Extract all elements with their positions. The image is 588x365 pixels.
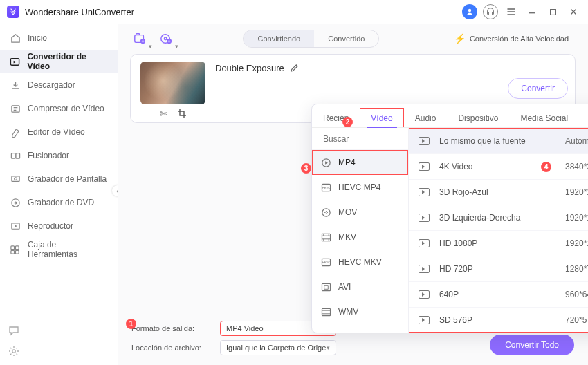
resolution-value: Automático [565,136,588,146]
svg-point-9 [15,202,17,204]
resolution-item[interactable]: SD 576P720*576 [409,308,588,333]
svg-point-19 [164,37,167,40]
close-icon[interactable] [566,4,581,19]
menu-icon[interactable] [504,4,519,19]
format-item[interactable]: HEVCHEVC MKV [312,250,408,274]
resolution-name: HD 1080P [439,238,555,248]
resolution-value: 1920*1080 [565,187,588,197]
sidebar: Inicio Convertidor de Vídeo Descargador … [0,24,118,365]
tab-social[interactable]: Media Social [509,108,579,127]
tab-converting[interactable]: Convirtiendo [244,30,314,47]
resolution-item[interactable]: 3D Rojo-Azul1920*1080 [409,180,588,205]
tab-device[interactable]: Dispositivo [447,108,509,127]
add-disc-button[interactable]: ▾ [156,29,176,48]
preset-icon [419,316,430,324]
chevron-down-icon: ▾ [175,43,178,50]
sidebar-item-toolbox[interactable]: Caja de Herramientas [0,238,118,261]
resolution-value: 3840*2160 [565,162,588,171]
chevron-down-icon: ▾ [327,344,330,351]
format-icon: HEVC [320,256,331,268]
top-toolbar: ▾ ▾ Convirtiendo Convertido ⚡ Conversión… [118,24,588,54]
format-item[interactable]: AVI [312,274,408,299]
maximize-icon[interactable] [545,4,560,19]
sidebar-item-label: Reproductor [28,221,73,231]
resolution-value: 1280*720 [565,264,588,274]
format-item[interactable]: MOV [312,200,408,225]
high-speed-label: Conversión de Alta Velocidad [470,35,569,43]
format-label: AVI [338,282,351,292]
support-icon[interactable] [483,4,498,19]
edit-title-icon[interactable] [290,64,299,73]
sidebar-item-label: Compresor de Vídeo [28,104,104,113]
format-item[interactable]: MKV [312,225,408,250]
output-format-value: MP4 Video [226,324,264,333]
resolution-name: 3D Rojo-Azul [439,187,555,197]
sidebar-item-converter[interactable]: Convertidor de Vídeo [0,50,118,73]
crop-icon[interactable] [177,109,187,119]
tab-audio[interactable]: Audio [404,108,448,127]
resolution-item[interactable]: Lo mismo que la fuenteAutomático [409,129,588,154]
sidebar-item-compressor[interactable]: Compresor de Vídeo [0,97,118,120]
app-body: Inicio Convertidor de Vídeo Descargador … [0,24,588,365]
sidebar-item-merger[interactable]: Fusionador [0,144,118,167]
add-file-button[interactable]: ▾ [130,29,149,48]
callout-badge-1: 1 [126,319,136,329]
svg-rect-14 [16,250,19,254]
feedback-icon[interactable] [7,324,21,337]
svg-rect-29 [322,283,330,290]
callout-badge-2: 2 [342,117,353,127]
sidebar-item-label: Descargador [28,80,75,90]
sidebar-item-home[interactable]: Inicio [0,26,118,50]
minimize-icon[interactable] [524,4,540,19]
svg-point-8 [11,198,19,206]
resolution-item[interactable]: 4K Video3840*2160 [409,154,588,180]
settings-icon[interactable] [7,344,21,358]
format-search[interactable] [312,128,408,150]
resolution-name: 640P [439,290,555,299]
account-icon[interactable] [462,4,477,19]
tab-recent[interactable]: Recién [312,108,360,127]
sidebar-item-downloader[interactable]: Descargador [0,73,118,97]
format-item[interactable]: HEVCHEVC MP4 [312,175,408,200]
high-speed-toggle[interactable]: ⚡ Conversión de Alta Velocidad [447,33,576,44]
chevron-down-icon: ▾ [149,43,152,50]
sidebar-item-editor[interactable]: Editor de Vídeo [0,120,118,144]
format-icon [320,232,331,243]
sidebar-item-label: Grabador de Pantalla [28,174,107,184]
svg-text:HEVC: HEVC [322,186,330,189]
player-icon [10,221,21,232]
app-title: Wondershare UniConverter [25,7,134,17]
sidebar-item-screen-recorder[interactable]: Grabador de Pantalla [0,167,118,191]
file-title: Double Exposure [215,63,284,73]
svg-rect-12 [16,245,19,249]
resolution-item[interactable]: HD 1080P1920*1080 [409,231,588,256]
sidebar-item-player[interactable]: Reproductor [0,214,118,238]
preset-icon [419,239,430,247]
resolution-name: SD 576P [439,315,555,325]
svg-rect-30 [322,308,330,315]
resolution-name: 3D Izquierda-Derecha [439,213,555,223]
tab-video[interactable]: Vídeo [360,108,403,127]
resolution-item[interactable]: 640P960*640 [409,282,588,308]
tab-converted[interactable]: Convertido [314,30,378,47]
format-label: HEVC MP4 [338,182,380,192]
preset-icon [419,265,430,273]
convert-item-button[interactable]: Convertir [508,78,568,99]
preset-icon [419,137,430,145]
format-item[interactable]: WMV [312,299,408,324]
callout-badge-4: 4 [541,162,551,172]
sidebar-item-dvd-burner[interactable]: Grabador de DVD [0,191,118,214]
video-thumbnail[interactable] [140,62,205,104]
bolt-icon: ⚡ [454,33,466,44]
location-select[interactable]: Igual que la Carpeta de Origen ▾ [220,340,336,355]
resolution-item[interactable]: 3D Izquierda-Derecha1920*1080 [409,205,588,231]
convert-all-button[interactable]: Convertir Todo [490,335,574,355]
trim-icon[interactable]: ✄ [160,109,167,119]
merger-icon [10,150,21,161]
app-logo [7,6,19,18]
format-icon [320,306,331,317]
resolution-item[interactable]: HD 720P1280*720 [409,256,588,282]
location-label: Locación de archivo: [131,344,213,352]
format-item[interactable]: MP4 [312,150,408,175]
resolution-name: Lo mismo que la fuente [439,136,555,146]
